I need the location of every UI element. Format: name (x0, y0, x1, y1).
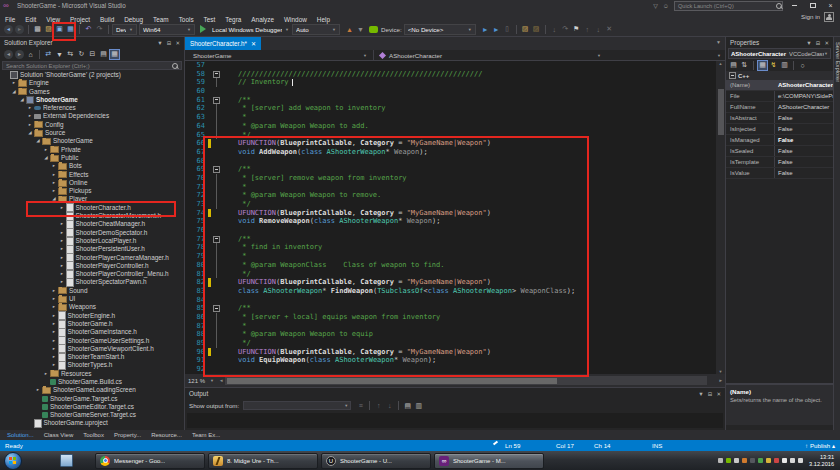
code-line[interactable]: 91void EquipWeapon(class AShooterWeapon*… (185, 356, 725, 365)
fold-margin[interactable] (211, 70, 222, 79)
tree-item[interactable]: ◢ShooterGame (0, 137, 184, 145)
undo-icon[interactable]: ↶ (83, 24, 94, 35)
code-line[interactable]: 83class AShooterWeapon* FindWeapon(TSubc… (185, 287, 725, 296)
save-icon[interactable]: ▣ (54, 24, 65, 35)
property-row[interactable]: IsValueFalse (726, 168, 833, 179)
code-line[interactable]: 81 */ (185, 270, 725, 279)
code-line[interactable]: 74UFUNCTION(BlueprintCallable, Category … (185, 209, 725, 218)
refresh-icon[interactable]: ↻ (76, 49, 87, 60)
clear-bookmark-icon[interactable]: ✕ (604, 24, 615, 35)
tool-window-tab[interactable]: Toolbox (78, 432, 109, 438)
bookmark-icon[interactable]: ⚑ (571, 24, 582, 35)
expanded-icon[interactable]: ◢ (11, 88, 17, 96)
collapsed-icon[interactable]: ▸ (51, 303, 57, 311)
tree-item[interactable]: ◢Source (0, 129, 184, 137)
tree-item[interactable]: ▸ShooterGameLoadingScreen (0, 386, 184, 394)
tree-item[interactable]: ▸Effects (0, 171, 184, 179)
sign-in-link[interactable]: Sign in (801, 13, 820, 20)
collapsed-icon[interactable]: ▸ (51, 345, 57, 353)
collapsed-icon[interactable]: ▸ (59, 212, 65, 220)
code-line[interactable]: 78 * find in inventory (185, 243, 725, 252)
tree-item[interactable]: ▸ShooterGameInstance.h (0, 328, 184, 336)
pin-icon[interactable]: ⊟ (167, 40, 172, 46)
property-value[interactable]: e:\COMPANY\SidePr (774, 91, 833, 101)
property-value[interactable]: False (774, 135, 833, 145)
tree-item[interactable]: ▸UI (0, 295, 184, 303)
tree-item[interactable]: ◢ShooterGame (0, 96, 184, 104)
property-row[interactable]: Filee:\COMPANY\SidePr (726, 91, 833, 102)
switch-views-icon[interactable]: ⇄ (43, 49, 54, 60)
collapsed-icon[interactable]: ▸ (51, 179, 57, 187)
code-line[interactable]: 71 * (185, 183, 725, 192)
avatar-icon[interactable] (824, 12, 834, 22)
fold-margin[interactable] (211, 165, 222, 174)
quick-launch-input[interactable]: Quick Launch (Ctrl+Q) (674, 1, 783, 11)
collapse-all-icon[interactable]: ⊟ (87, 49, 98, 60)
window-position-icon[interactable]: ▼ (806, 40, 811, 46)
pin-icon[interactable]: ⊟ (816, 40, 821, 46)
collapsed-icon[interactable]: ▸ (43, 370, 49, 378)
tree-item[interactable]: ◢Public (0, 154, 184, 162)
tree-item[interactable]: ▸ShooterEngine.h (0, 312, 184, 320)
device-dropdown[interactable]: <No Device>▼ (404, 24, 476, 35)
network-tray-icon[interactable] (790, 458, 795, 463)
expanded-icon[interactable]: ◢ (51, 195, 57, 203)
screenshot-tray-icon[interactable] (742, 458, 747, 463)
prev-message-icon[interactable]: ↑ (373, 400, 384, 411)
output-source-dropdown[interactable]: ▼ (243, 401, 351, 410)
code-area[interactable]: 5758////////////////////////////////////… (185, 61, 725, 374)
property-row[interactable]: IsManagedFalse (726, 135, 833, 146)
profiler-icon[interactable]: ▲ (344, 24, 355, 35)
collapsed-icon[interactable]: ▸ (27, 104, 33, 112)
collapsed-icon[interactable]: ▸ (51, 171, 57, 179)
sync-active-document-icon[interactable]: ⇆ (65, 49, 76, 60)
search-input[interactable]: Search Solution Explorer (Ctrl+;) (2, 61, 182, 70)
project-scope-dropdown[interactable]: ShooterGame ▼ (185, 50, 373, 60)
platform-dropdown[interactable]: Win64▼ (139, 24, 195, 35)
volume-tray-icon[interactable] (798, 458, 803, 463)
code-line[interactable]: 59// Inventory (185, 78, 725, 87)
target-folder-icon[interactable]: ▨ (531, 24, 542, 35)
collapsed-icon[interactable]: ▸ (51, 162, 57, 170)
taskbar-clock[interactable]: 13:31 3.12.2016 (809, 454, 834, 467)
collapsed-icon[interactable]: ▸ (27, 112, 33, 120)
scroll-left-icon[interactable]: ◄ (217, 378, 225, 383)
tree-item[interactable]: ▸ShooterSpectatorPawn.h (0, 278, 184, 286)
collapsed-icon[interactable]: ▸ (51, 187, 57, 195)
window-position-icon[interactable]: ▼ (698, 391, 703, 397)
onedrive-tray-icon[interactable] (734, 458, 739, 463)
scrollbar-thumb[interactable] (718, 89, 724, 135)
scroll-right-icon[interactable]: ► (717, 378, 725, 383)
tree-item[interactable]: ▸Bots (0, 162, 184, 170)
tree-item[interactable]: ▸Pickups (0, 187, 184, 195)
tree-item[interactable]: ShooterGame.uproject (0, 419, 184, 427)
property-row[interactable]: FullNameAShooterCharacter (726, 102, 833, 113)
tool-window-tab[interactable]: Solution... (2, 432, 39, 438)
property-row[interactable]: IsSealedFalse (726, 146, 833, 157)
property-row[interactable]: (Name)AShooterCharacter (726, 80, 833, 91)
graphics-frame-icon[interactable]: ► (491, 24, 502, 35)
code-line[interactable]: 57 (185, 61, 725, 70)
property-value[interactable]: False (774, 157, 833, 167)
find-message-icon[interactable]: ≡ (355, 400, 366, 411)
editor-zoom-dropdown[interactable]: 121 % ▼ (185, 378, 217, 384)
dropdown-icon[interactable]: ▼ (355, 24, 366, 35)
taskbar-button[interactable]: ∞ShooterGame - M... (434, 453, 544, 469)
close-panel-icon[interactable]: ✕ (175, 40, 180, 46)
collapsed-icon[interactable]: ▸ (59, 270, 65, 278)
tree-item[interactable]: ShooterGameEditor.Target.cs (0, 403, 184, 411)
messages-icon[interactable]: ▥ (779, 60, 790, 71)
collapse-section-icon[interactable] (729, 72, 736, 79)
pin-icon[interactable]: ⊟ (708, 391, 713, 397)
code-line[interactable]: 84 (185, 296, 725, 305)
property-value[interactable]: False (774, 146, 833, 156)
code-line[interactable]: 88 * @param Weapon Weapon to equip (185, 330, 725, 339)
new-project-icon[interactable]: ▩ (32, 24, 43, 35)
collapsed-icon[interactable]: ▸ (59, 278, 65, 286)
code-line[interactable]: 82UFUNCTION(BlueprintCallable, Category … (185, 278, 725, 287)
pending-filter-icon[interactable]: ▼ (54, 49, 65, 60)
collapsed-icon[interactable]: ▸ (59, 237, 65, 245)
tree-item[interactable]: ◢Games (0, 88, 184, 96)
fold-margin[interactable] (211, 96, 222, 105)
tree-item[interactable]: ▸ShooterPlayerController.h (0, 262, 184, 270)
